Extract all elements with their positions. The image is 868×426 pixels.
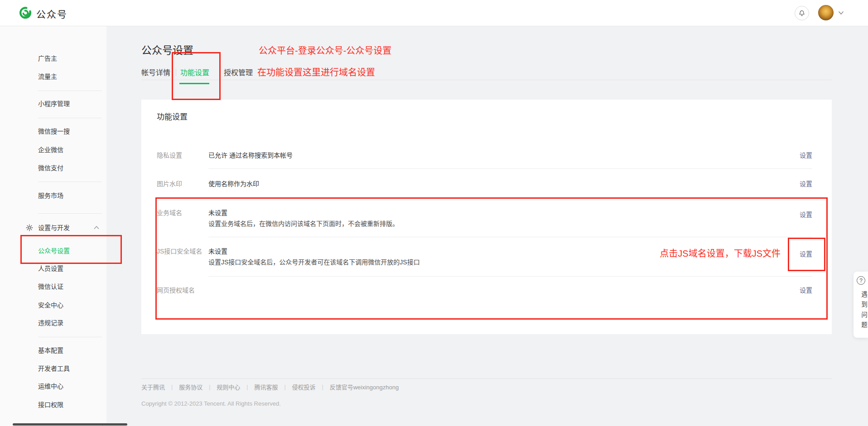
footer-separator: |: [322, 384, 323, 390]
divider: [38, 182, 102, 182]
chevron-down-icon[interactable]: [838, 11, 844, 15]
annotation-js-hint: 点击JS域名设置，下载JS文件: [603, 246, 781, 259]
divider: [141, 80, 832, 80]
help-widget-label: 遇到问题: [854, 288, 868, 335]
row-value-js-domain: 未设置: [208, 246, 227, 255]
row-desc-js-domain: 设置JS接口安全域名后，公众号开发者可在该域名下调用微信开放的JS接口: [208, 257, 420, 266]
business-domain-settings-link[interactable]: 设置: [800, 210, 812, 219]
sidebar-item-basic-config[interactable]: 基本配置: [38, 346, 63, 355]
page: 公众号 广告主 流量主 小程序管理 微信搜一搜 企业微信 微信支付 服务市场 设…: [0, 0, 868, 426]
watermark-settings-link[interactable]: 设置: [800, 179, 812, 188]
sidebar-item-violation-record[interactable]: 违规记录: [38, 318, 63, 327]
privacy-settings-link[interactable]: 设置: [800, 150, 812, 159]
top-header: 公众号: [0, 0, 868, 26]
divider: [208, 168, 812, 169]
tab-account-details[interactable]: 帐号详情: [141, 68, 170, 78]
sidebar-section-settings-dev[interactable]: 设置与开发: [38, 223, 70, 232]
row-desc-business-domain: 设置业务域名后，在微信内访问该域名下页面时，不会被重新排版。: [208, 219, 399, 228]
tab-authorization[interactable]: 授权管理: [224, 68, 253, 78]
annotation-box-sidebar: [20, 235, 122, 264]
sidebar: 广告主 流量主 小程序管理 微信搜一搜 企业微信 微信支付 服务市场 设置与开发…: [0, 26, 106, 426]
footer-link-feedback[interactable]: 反馈官号weixingongzhong: [330, 383, 399, 391]
question-icon: ?: [857, 276, 865, 285]
tab-function-settings[interactable]: 功能设置: [180, 68, 209, 78]
divider: [219, 69, 220, 76]
divider: [38, 91, 102, 91]
footer-links: 关于腾讯 | 服务协议 | 规则中心 | 腾讯客服 | 侵权投诉 | 反馈官号w…: [141, 383, 399, 391]
sidebar-item-advertiser[interactable]: 广告主: [38, 54, 57, 63]
footer-link-terms[interactable]: 服务协议: [179, 383, 203, 391]
logo-text: 公众号: [36, 7, 68, 20]
footer-separator: |: [284, 384, 285, 390]
sidebar-item-miniprogram[interactable]: 小程序管理: [38, 99, 70, 108]
divider: [176, 69, 176, 76]
sidebar-item-staff[interactable]: 人员设置: [38, 264, 63, 273]
divider: [38, 337, 102, 337]
bell-icon: [798, 10, 805, 17]
official-account-logo-icon: [19, 6, 32, 19]
row-value-business-domain: 未设置: [208, 208, 227, 217]
js-domain-settings-link[interactable]: 设置: [800, 249, 812, 258]
annotation-tab-hint: 在功能设置这里进行域名设置: [257, 65, 375, 78]
divider: [208, 237, 812, 237]
row-label-business-domain: 业务域名: [157, 208, 182, 217]
sidebar-item-ops-center[interactable]: 运维中心: [38, 382, 63, 391]
divider: [38, 118, 102, 118]
divider: [141, 378, 832, 379]
chevron-up-icon[interactable]: [93, 225, 100, 230]
row-value-watermark: 使用名称作为水印: [208, 179, 259, 188]
gear-icon: [25, 224, 34, 232]
webauth-domain-settings-link[interactable]: 设置: [800, 285, 812, 294]
sidebar-item-service-market[interactable]: 服务市场: [38, 191, 63, 200]
active-tab-underline: [179, 83, 209, 84]
copyright-text: Copyright © 2012-2023 Tencent. All Right…: [141, 400, 281, 407]
row-label-webauth-domain: 网页授权域名: [157, 285, 195, 294]
footer-separator: |: [171, 384, 173, 390]
sidebar-item-search[interactable]: 微信搜一搜: [38, 127, 70, 136]
sidebar-item-api-permission[interactable]: 接口权限: [38, 400, 63, 409]
sidebar-item-wepay[interactable]: 微信支付: [38, 163, 63, 172]
avatar[interactable]: [818, 5, 834, 20]
sidebar-item-verification[interactable]: 微信认证: [38, 282, 63, 291]
page-title: 公众号设置: [141, 42, 193, 57]
footer-separator: |: [246, 384, 248, 390]
footer-link-support[interactable]: 腾讯客服: [254, 383, 278, 391]
notification-bell-button[interactable]: [795, 6, 809, 20]
sidebar-item-dev-tools[interactable]: 开发者工具: [38, 364, 70, 373]
footer-link-rules[interactable]: 规则中心: [217, 383, 240, 391]
footer-separator: |: [209, 384, 210, 390]
divider: [38, 213, 102, 214]
function-settings-card: 功能设置 隐私设置 已允许 通过名称搜索到本帐号 设置 图片水印 使用名称作为水…: [141, 100, 832, 334]
sidebar-item-wecom[interactable]: 企业微信: [38, 145, 63, 154]
row-label-js-domain: JS接口安全域名: [157, 246, 202, 255]
row-label-watermark: 图片水印: [157, 179, 182, 188]
help-widget[interactable]: ? 遇到问题: [854, 272, 868, 338]
sidebar-item-security-center[interactable]: 安全中心: [38, 301, 63, 310]
row-value-privacy: 已允许 通过名称搜索到本帐号: [208, 150, 293, 159]
annotation-platform-path: 公众平台-登录公众号-公众号设置: [259, 43, 391, 57]
card-heading: 功能设置: [157, 110, 188, 122]
row-label-privacy: 隐私设置: [157, 150, 182, 159]
footer-link-complaint[interactable]: 侵权投诉: [292, 383, 316, 391]
divider: [208, 276, 812, 277]
footer-link-about[interactable]: 关于腾讯: [141, 383, 165, 391]
sidebar-item-traffic[interactable]: 流量主: [38, 72, 57, 81]
horizontal-scrollbar[interactable]: [13, 423, 127, 426]
